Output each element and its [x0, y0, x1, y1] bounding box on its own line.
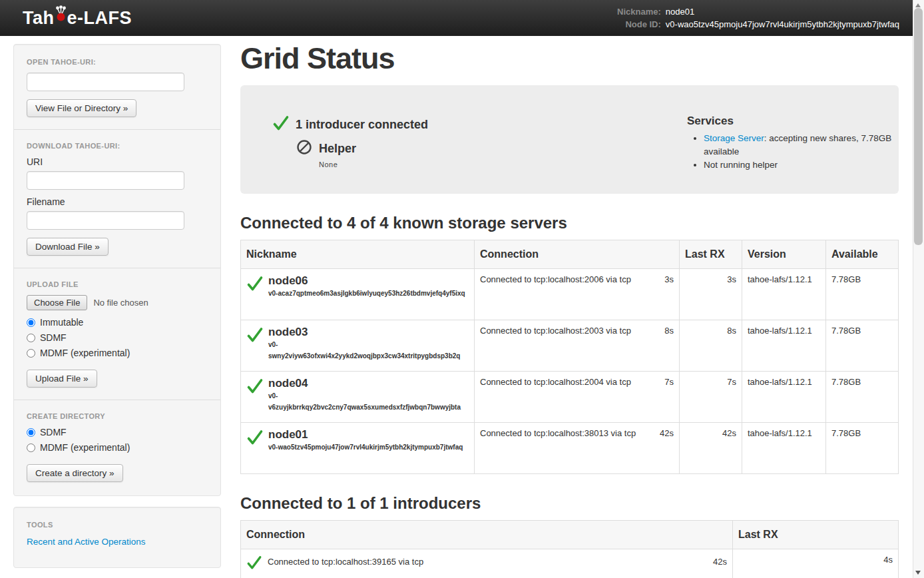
node-info: Nickname: node01 Node ID: v0-wao5tzv45pm…	[617, 7, 899, 29]
vertical-scrollbar[interactable]	[913, 0, 924, 578]
connection-time: 42s	[713, 555, 727, 567]
upload-file-button[interactable]: Upload File »	[27, 370, 97, 388]
introducer-status: 1 introducer connected	[272, 115, 687, 135]
upload-file-section: UPLOAD FILE Choose File No file chosen I…	[27, 280, 208, 388]
open-uri-section: OPEN TAHOE-URI: View File or Directory »	[27, 58, 208, 117]
services-column: Services Storage Server: accepting new s…	[687, 115, 899, 194]
last-rx-cell: 7s	[680, 371, 742, 422]
col-nickname: Nickname	[241, 240, 475, 268]
introducers-heading: Connected to 1 of 1 introducers	[240, 493, 899, 513]
last-rx-cell: 4s	[733, 549, 899, 578]
upload-format-immutable[interactable]: Immutable	[27, 317, 208, 328]
upload-format-mdmf[interactable]: MDMF (experimental)	[27, 348, 208, 358]
col-version: Version	[742, 240, 826, 268]
server-node-id: v0-v6zuyjkbrrkqy2bvc2cny7qwax5sxumedsxfz…	[268, 392, 461, 411]
sidebar-forms-panel: OPEN TAHOE-URI: View File or Directory »…	[13, 44, 221, 496]
introducer-status-text: 1 introducer connected	[296, 118, 428, 132]
tahoe-sprout-icon	[55, 5, 67, 27]
upload-file-label: UPLOAD FILE	[27, 280, 208, 288]
helper-title: Helper	[319, 142, 356, 156]
available-cell: 7.78GB	[826, 371, 899, 422]
table-header-row: Connection Last RX	[241, 521, 899, 549]
create-directory-label: CREATE DIRECTORY	[27, 412, 208, 420]
nickname-label: Nickname:	[617, 7, 661, 17]
download-file-button[interactable]: Download File »	[27, 238, 109, 256]
mkdir-format-sdmf-label: SDMF	[40, 427, 67, 437]
mkdir-format-mdmf-label: MDMF (experimental)	[40, 442, 130, 453]
scroll-down-arrow-icon[interactable]	[915, 571, 921, 575]
mkdir-format-mdmf[interactable]: MDMF (experimental)	[27, 442, 208, 453]
server-nickname: node04	[268, 377, 308, 390]
open-uri-input[interactable]	[27, 73, 184, 91]
available-cell: 7.78GB	[826, 320, 899, 371]
helper-status: Helper	[296, 139, 687, 158]
storage-server-link[interactable]: Storage Server	[704, 133, 764, 143]
view-file-button[interactable]: View File or Directory »	[27, 99, 136, 117]
scroll-up-arrow-icon[interactable]	[915, 3, 921, 7]
nickname-cell: node04 v0-v6zuyjkbrrkqy2bvc2cny7qwax5sxu…	[241, 371, 475, 422]
upload-format-mdmf-radio[interactable]	[27, 349, 35, 358]
connection-time: 8s	[664, 326, 674, 336]
sidebar-divider	[14, 129, 220, 130]
storage-servers-heading: Connected to 4 of 4 known storage server…	[240, 212, 899, 233]
table-header-row: Nickname Connection Last RX Version Avai…	[241, 240, 899, 268]
connection-time: 7s	[664, 377, 674, 387]
services-title: Services	[687, 115, 892, 128]
recent-operations-link[interactable]: Recent and Active Operations	[27, 537, 146, 547]
download-filename-input[interactable]	[27, 211, 184, 230]
last-rx-cell: 8s	[680, 320, 742, 371]
uri-field-label: URI	[27, 156, 208, 167]
last-rx-cell: 3s	[680, 268, 742, 320]
scrollbar-thumb[interactable]	[914, 8, 923, 245]
upload-format-immutable-label: Immutable	[40, 317, 83, 328]
mkdir-format-mdmf-radio[interactable]	[27, 443, 35, 452]
check-icon	[246, 378, 264, 397]
page: Tah e-LAFS Nickname: node01 Node ID: v0-…	[0, 0, 924, 578]
version-cell: tahoe-lafs/1.12.1	[742, 320, 826, 371]
mkdir-format-sdmf-radio[interactable]	[27, 428, 35, 437]
download-uri-input[interactable]	[27, 171, 184, 190]
node-id-label: Node ID:	[617, 19, 661, 30]
upload-format-sdmf[interactable]: SDMF	[27, 332, 208, 343]
download-uri-section: DOWNLOAD TAHOE-URI: URI Filename Downloa…	[27, 142, 208, 256]
server-node-id: v0-acaz7qptmeo6m3asjlgkb6iwlyuqey53hz26t…	[268, 290, 465, 297]
top-navbar: Tah e-LAFS Nickname: node01 Node ID: v0-…	[0, 0, 913, 36]
services-list: Storage Server: accepting new shares, 7.…	[687, 132, 892, 172]
connection-cell: Connected to tcp:localhost:2006 via tcp3…	[475, 268, 680, 320]
grid-status-summary: 1 introducer connected Helper None Servi…	[240, 85, 899, 194]
table-row: node03 v0-swny2viyw63ofxwi4x2yykd2woqjbp…	[241, 320, 899, 371]
nickname-cell: node06 v0-acaz7qptmeo6m3asjlgkb6iwlyuqey…	[241, 268, 475, 320]
file-picker: Choose File No file chosen	[27, 295, 208, 310]
choose-file-button[interactable]: Choose File	[27, 295, 87, 310]
brand-text-left: Tah	[23, 8, 55, 29]
introducers-table: Connection Last RX Connected to tcp:loca…	[240, 520, 899, 578]
node-id-value: v0-wao5tzv45pmoju47jow7rvl4ukirjm5ytbh2k…	[666, 19, 899, 30]
sidebar-divider	[14, 400, 220, 400]
brand-text-right: e-LAFS	[67, 8, 132, 29]
col-last-rx: Last RX	[733, 521, 899, 549]
storage-servers-table: Nickname Connection Last RX Version Avai…	[240, 240, 899, 474]
sidebar: OPEN TAHOE-URI: View File or Directory »…	[13, 44, 221, 568]
available-cell: 7.78GB	[826, 268, 899, 320]
table-row: node04 v0-v6zuyjkbrrkqy2bvc2cny7qwax5sxu…	[241, 371, 899, 422]
no-entry-icon	[296, 139, 312, 158]
upload-format-sdmf-radio[interactable]	[27, 334, 35, 342]
sidebar-divider	[14, 268, 220, 268]
col-connection: Connection	[241, 521, 733, 549]
server-nickname: node06	[268, 274, 308, 287]
page-title: Grid Status	[240, 41, 899, 76]
create-directory-button[interactable]: Create a directory »	[27, 464, 123, 482]
check-icon	[272, 115, 290, 135]
upload-format-immutable-radio[interactable]	[27, 318, 35, 327]
nickname-cell: node03 v0-swny2viyw63ofxwi4x2yykd2woqjbp…	[241, 320, 475, 371]
download-uri-label: DOWNLOAD TAHOE-URI:	[27, 142, 208, 150]
check-icon	[246, 555, 262, 573]
server-node-id: v0-swny2viyw63ofxwi4x2yykd2woqjbpx3cw34x…	[268, 341, 460, 360]
server-nickname: node01	[268, 428, 308, 441]
main-content: Grid Status 1 introducer connected	[240, 36, 899, 578]
col-last-rx: Last RX	[680, 240, 742, 268]
table-row: node06 v0-acaz7qptmeo6m3asjlgkb6iwlyuqey…	[241, 268, 899, 320]
create-directory-section: CREATE DIRECTORY SDMF MDMF (experimental…	[27, 412, 208, 482]
server-node-id: v0-wao5tzv45pmoju47jow7rvl4ukirjm5ytbh2k…	[268, 443, 463, 451]
mkdir-format-sdmf[interactable]: SDMF	[27, 427, 208, 437]
